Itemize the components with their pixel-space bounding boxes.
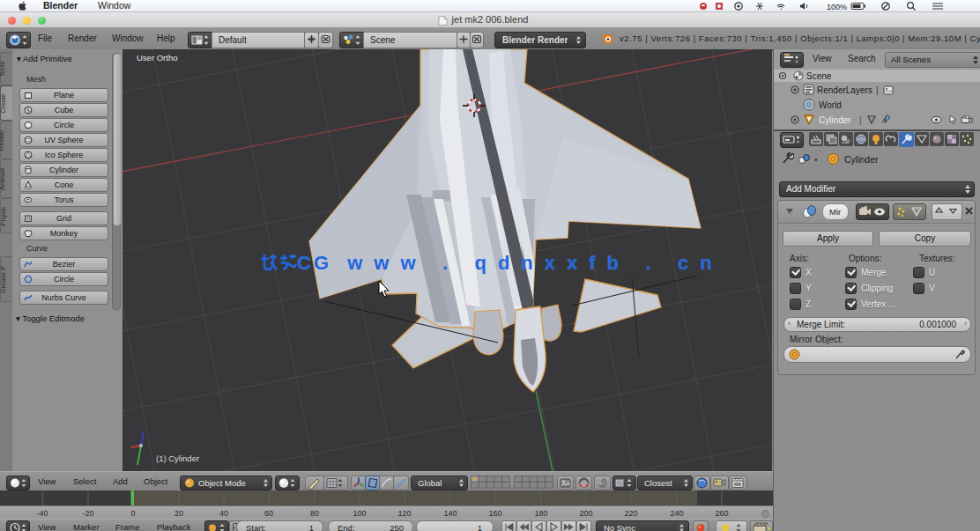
svg-text:100%: 100% — [827, 2, 847, 11]
svg-text:(1) Cylinder: (1) Cylinder — [156, 454, 199, 463]
svg-text:User Ortho: User Ortho — [137, 53, 177, 63]
